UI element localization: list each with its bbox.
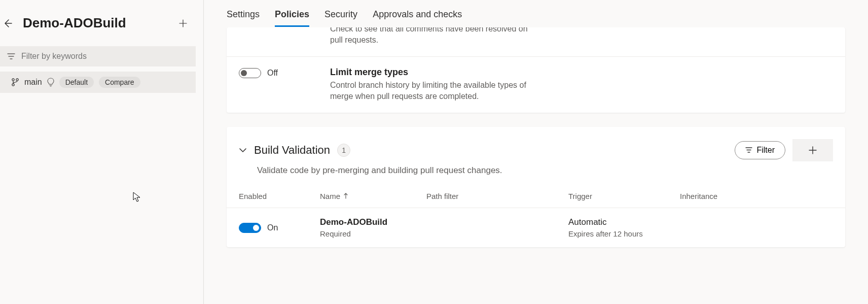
desc-line1: Check to see that all comments have been…	[330, 27, 516, 33]
default-pill: Default	[59, 77, 94, 88]
col-path: Path filter	[426, 192, 568, 200]
policy-text: Check to see that all comments have been…	[330, 27, 833, 46]
tab-approvals[interactable]: Approvals and checks	[373, 9, 462, 27]
build-validation-title: Build Validation	[254, 144, 330, 157]
svg-point-0	[12, 79, 14, 81]
limit-merge-toggle[interactable]	[239, 68, 261, 78]
branch-icon	[11, 78, 19, 87]
svg-point-2	[12, 84, 14, 86]
limit-merge-title: Limit merge types	[330, 67, 833, 78]
branch-name: main	[24, 78, 42, 87]
filter-input[interactable]	[21, 52, 189, 61]
content-scroll: Check to see that all comments have been…	[204, 27, 868, 304]
tab-settings[interactable]: Settings	[227, 9, 260, 27]
policy-row-comment-resolution: Check to see that all comments have been…	[227, 27, 845, 56]
build-row-toggle[interactable]	[239, 223, 261, 233]
branch-row-main[interactable]: main Default Compare	[0, 72, 196, 93]
toggle-knob	[253, 225, 259, 231]
filter-icon	[7, 53, 15, 59]
limit-merge-desc: Control branch history by limiting the a…	[330, 80, 533, 103]
section-actions: Filter	[735, 139, 833, 161]
row-trigger-col: Automatic Expires after 12 hours	[568, 217, 680, 238]
project-title: Demo-ADOBuild	[23, 15, 171, 31]
toggle-knob	[241, 70, 247, 76]
compare-pill: Compare	[99, 77, 140, 88]
comment-resolution-desc: Check to see that all comments have been…	[330, 27, 533, 46]
plus-icon	[179, 19, 187, 27]
back-button[interactable]	[0, 18, 15, 28]
row-requirement: Required	[320, 229, 568, 238]
tab-security[interactable]: Security	[324, 9, 357, 27]
build-validation-desc: Validate code by pre-merging and buildin…	[227, 165, 845, 185]
svg-point-1	[16, 79, 18, 81]
tab-policies[interactable]: Policies	[275, 9, 309, 27]
filter-icon	[745, 147, 752, 153]
toggle-col: Off	[239, 67, 320, 78]
col-inherit: Inheritance	[680, 192, 833, 200]
branch-policies-card: Check to see that all comments have been…	[227, 27, 845, 113]
row-name-col: Demo-ADOBuild Required	[320, 217, 568, 238]
plus-icon	[809, 146, 817, 154]
filter-box[interactable]	[0, 46, 196, 66]
filter-button[interactable]: Filter	[735, 141, 785, 159]
toggle-col	[239, 27, 320, 28]
build-validation-card: Build Validation 1 Filter	[227, 127, 845, 247]
tabs: Settings Policies Security Approvals and…	[204, 0, 868, 27]
row-expires: Expires after 12 hours	[568, 229, 680, 238]
sidebar-header: Demo-ADOBuild	[0, 0, 203, 41]
bulb-icon	[47, 78, 54, 87]
col-trigger: Trigger	[568, 192, 680, 200]
policy-row-limit-merge: Off Limit merge types Control branch his…	[227, 56, 845, 113]
policy-text: Limit merge types Control branch history…	[330, 67, 833, 103]
col-name-header[interactable]: Name	[320, 192, 426, 200]
row-name: Demo-ADOBuild	[320, 217, 568, 227]
chevron-down-icon	[239, 148, 247, 153]
table-row[interactable]: On Demo-ADOBuild Required Automatic Expi…	[227, 208, 845, 247]
add-build-policy-button[interactable]	[792, 139, 833, 161]
section-header: Build Validation 1 Filter	[227, 127, 845, 165]
collapse-button[interactable]	[239, 148, 247, 153]
col-enabled: Enabled	[239, 192, 320, 200]
sort-asc-icon	[343, 193, 348, 199]
toggle-label-off: Off	[267, 69, 278, 78]
add-branch-button[interactable]	[179, 19, 187, 27]
sidebar: Demo-ADOBuild main Default Compare	[0, 0, 204, 304]
col-name-label: Name	[320, 192, 340, 200]
row-toggle-col: On	[239, 222, 320, 233]
main-content: Settings Policies Security Approvals and…	[204, 0, 868, 304]
arrow-left-icon	[3, 18, 13, 28]
filter-btn-label: Filter	[756, 146, 775, 155]
row-trigger: Automatic	[568, 217, 680, 227]
table-header: Enabled Name Path filter Trigger Inherit…	[227, 185, 845, 208]
count-badge: 1	[337, 144, 350, 157]
toggle-label-on: On	[267, 223, 278, 232]
